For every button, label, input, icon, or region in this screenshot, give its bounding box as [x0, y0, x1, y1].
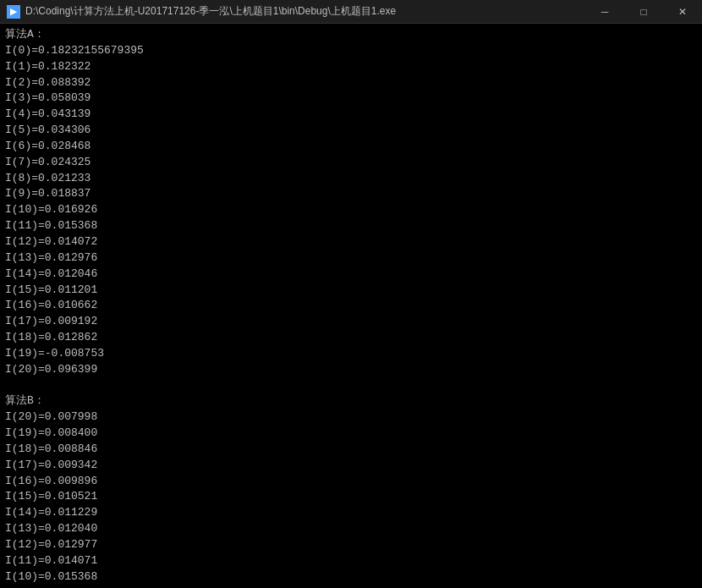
- console-line: I(15)=0.011201: [5, 283, 697, 299]
- console-area: 算法A：I(0)=0.18232155679395I(1)=0.182322I(…: [0, 24, 702, 588]
- title-bar-icon: ▶: [7, 5, 20, 19]
- console-line: I(7)=0.024325: [5, 155, 697, 171]
- console-line: I(16)=0.010662: [5, 298, 697, 314]
- console-line: [5, 378, 697, 394]
- console-line: I(9)=0.018837: [5, 186, 697, 202]
- console-line: I(16)=0.009896: [5, 474, 697, 490]
- console-line: I(6)=0.028468: [5, 139, 697, 155]
- console-line: I(8)=0.021233: [5, 171, 697, 187]
- console-line: 算法A：: [5, 27, 697, 43]
- title-bar-controls: ─ □ ✕: [585, 0, 702, 24]
- console-line: I(14)=0.011229: [5, 505, 697, 521]
- console-line: I(9)=0.016926: [5, 585, 697, 588]
- minimize-button[interactable]: ─: [585, 0, 624, 24]
- console-line: I(11)=0.015368: [5, 218, 697, 234]
- title-bar: ▶ D:\Coding\计算方法上机-U201717126-季一泓\上机题目1\…: [0, 0, 702, 24]
- console-line: I(17)=0.009192: [5, 314, 697, 330]
- close-button[interactable]: ✕: [663, 0, 702, 24]
- console-line: I(1)=0.182322: [5, 59, 697, 75]
- console-line: I(4)=0.043139: [5, 107, 697, 123]
- maximize-button[interactable]: □: [624, 0, 663, 24]
- console-line: I(14)=0.012046: [5, 267, 697, 283]
- console-line: I(13)=0.012976: [5, 250, 697, 267]
- console-line: I(19)=0.008400: [5, 426, 697, 442]
- console-line: I(2)=0.088392: [5, 75, 697, 91]
- console-line: I(20)=0.096399: [5, 362, 697, 378]
- console-line: I(17)=0.009342: [5, 458, 697, 474]
- console-line: I(10)=0.016926: [5, 202, 697, 218]
- console-line: I(20)=0.007998: [5, 409, 697, 426]
- console-line: I(12)=0.014072: [5, 234, 697, 250]
- console-line: I(13)=0.012040: [5, 521, 697, 537]
- console-line: I(0)=0.18232155679395: [5, 43, 697, 59]
- console-line: I(18)=0.012862: [5, 330, 697, 346]
- console-line: I(11)=0.014071: [5, 553, 697, 569]
- console-line: I(12)=0.012977: [5, 537, 697, 553]
- console-line: I(19)=-0.008753: [5, 346, 697, 362]
- console-line: I(10)=0.015368: [5, 569, 697, 585]
- console-line: 算法B：: [5, 393, 697, 409]
- console-line: I(3)=0.058039: [5, 91, 697, 107]
- console-line: I(5)=0.034306: [5, 123, 697, 139]
- console-line: I(15)=0.010521: [5, 489, 697, 505]
- console-line: I(18)=0.008846: [5, 442, 697, 458]
